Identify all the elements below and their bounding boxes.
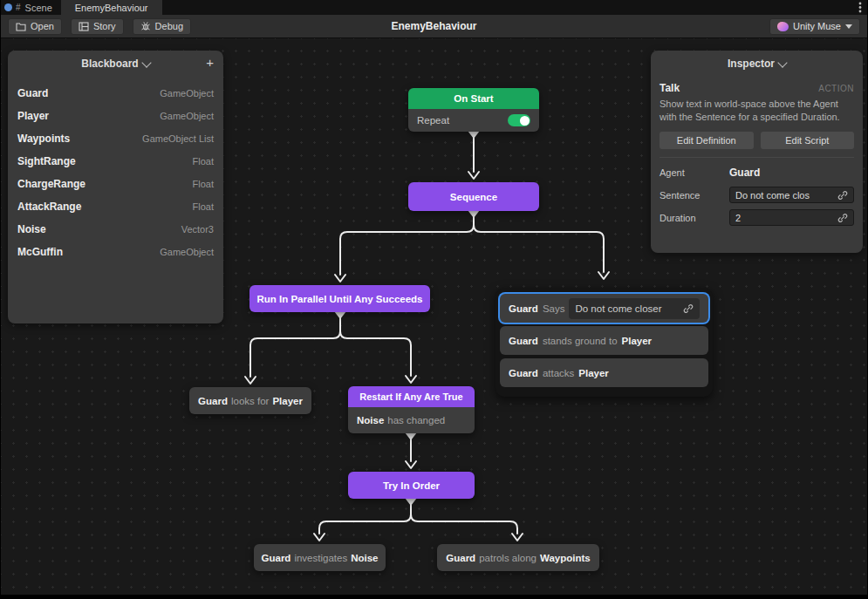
node-guard-patrols[interactable]: Guard patrols along Waypoints — [437, 544, 599, 571]
looks-agent: Guard — [198, 396, 228, 406]
repeat-label: Repeat — [417, 115, 449, 126]
link-icon — [837, 213, 848, 223]
restart-subject: Noise — [357, 415, 384, 425]
unity-muse-icon — [777, 22, 789, 31]
blackboard-header[interactable]: Blackboard + — [8, 51, 223, 77]
story-icon — [79, 22, 89, 31]
patrols-verb: patrols along — [479, 553, 537, 563]
investigates-agent: Guard — [262, 553, 291, 563]
node-on-start[interactable]: On Start Repeat — [408, 88, 539, 132]
blackboard-row[interactable]: Waypoints GameObject List — [17, 127, 214, 150]
node-guard-investigates[interactable]: Guard investigates Noise — [254, 544, 386, 571]
looks-verb: looks for — [231, 396, 269, 406]
story-button[interactable]: Story — [71, 18, 124, 35]
node-run-in-parallel-title: Run In Parallel Until Any Succeeds — [256, 294, 422, 304]
variable-type: GameObject List — [142, 133, 214, 144]
agent-field-value: Guard — [729, 167, 760, 179]
blackboard-list: Guard GameObject Player GameObject Waypo… — [8, 77, 223, 269]
node-restart-header: Restart If Any Are True — [348, 386, 475, 407]
node-guard-looks-for[interactable]: Guard looks for Player — [189, 387, 311, 414]
blackboard-row[interactable]: ChargeRange Float — [17, 173, 214, 195]
blackboard-panel: Blackboard + Guard GameObject Player Gam… — [8, 51, 223, 323]
says-verb: Says — [543, 303, 565, 314]
tab-scene-label: Scene — [25, 3, 52, 13]
repeat-toggle[interactable] — [508, 114, 530, 126]
window-menu-button[interactable] — [853, 0, 867, 15]
story-label: Story — [93, 21, 116, 31]
variable-type: Vector3 — [181, 224, 214, 235]
blackboard-row[interactable]: SightRange Float — [17, 150, 214, 173]
node-restart-body: Noise has changed — [348, 407, 475, 433]
chevron-down-icon — [141, 58, 151, 67]
add-variable-button[interactable]: + — [206, 55, 214, 70]
node-guard-attacks[interactable]: Guard attacks Player — [500, 358, 708, 387]
duration-field-row: Duration 2 — [660, 207, 854, 229]
sentence-value: Do not come clos — [735, 190, 810, 201]
node-restart-if-any[interactable]: Restart If Any Are True Noise has change… — [348, 386, 475, 433]
node-try-in-order-title: Try In Order — [383, 480, 440, 491]
node-run-in-parallel[interactable]: Run In Parallel Until Any Succeeds — [249, 285, 430, 312]
node-guard-stands-ground[interactable]: Guard stands ground to Player — [500, 326, 708, 355]
scene-asset-icon — [4, 3, 12, 11]
folder-icon — [16, 22, 26, 31]
attacks-agent: Guard — [509, 368, 538, 378]
link-icon — [837, 190, 848, 201]
investigates-verb: investigates — [294, 553, 347, 563]
graph-title: EnemyBehaviour — [391, 20, 476, 32]
tab-enemybehaviour-label: EnemyBehaviour — [75, 3, 148, 13]
variable-name: ChargeRange — [17, 178, 85, 190]
attacks-verb: attacks — [543, 368, 574, 378]
blackboard-row[interactable]: Noise Vector3 — [17, 218, 214, 241]
variable-name: Player — [17, 110, 49, 122]
debug-button[interactable]: Debug — [133, 18, 191, 35]
variable-name: Noise — [17, 223, 46, 235]
debug-label: Debug — [155, 21, 183, 31]
duration-input[interactable]: 2 — [729, 209, 854, 226]
tab-enemybehaviour[interactable]: EnemyBehaviour — [61, 0, 162, 15]
blackboard-row[interactable]: Guard GameObject — [17, 82, 214, 105]
node-on-start-title: On Start — [454, 93, 493, 104]
kebab-menu-icon — [858, 2, 862, 13]
variable-name: AttackRange — [17, 201, 81, 213]
unity-behavior-window: # Scene EnemyBehaviour Open Story — [1, 0, 867, 595]
says-sentence-value: Do not come closer — [575, 303, 661, 314]
stands-target: Player — [622, 336, 653, 346]
open-button[interactable]: Open — [8, 18, 62, 35]
bug-icon — [140, 21, 151, 31]
node-on-start-body: Repeat — [408, 109, 539, 132]
patrols-target: Waypoints — [540, 553, 591, 563]
edit-definition-button[interactable]: Edit Definition — [660, 132, 754, 149]
sentence-field-label: Sentence — [660, 190, 729, 201]
says-agent: Guard — [509, 303, 538, 314]
blackboard-title: Blackboard — [81, 58, 138, 70]
variable-type: GameObject — [160, 247, 214, 257]
stands-verb: stands ground to — [543, 336, 618, 346]
node-guard-says[interactable]: Guard Says Do not come closer — [500, 294, 708, 323]
inspected-node-name: Talk — [660, 82, 680, 94]
inspector-body: Talk ACTION Show text in world-space abo… — [651, 77, 863, 229]
node-sequence[interactable]: Sequence — [408, 182, 539, 211]
scene-grid-icon: # — [16, 3, 21, 12]
link-icon — [683, 303, 694, 314]
edit-script-button[interactable]: Edit Script — [761, 132, 855, 149]
tab-scene[interactable]: # Scene — [1, 0, 61, 15]
variable-name: SightRange — [17, 155, 76, 167]
inspector-header[interactable]: Inspector — [651, 51, 863, 77]
variable-type: Float — [193, 179, 214, 189]
inspector-panel: Inspector Talk ACTION Show text in world… — [651, 51, 863, 253]
says-sentence-input[interactable]: Do not come closer — [569, 298, 700, 319]
blackboard-row[interactable]: AttackRange Float — [17, 195, 214, 218]
node-try-in-order[interactable]: Try In Order — [348, 472, 475, 499]
open-label: Open — [31, 21, 54, 31]
patrols-agent: Guard — [446, 553, 475, 563]
node-group-sequence[interactable]: Guard Says Do not come closer Guard stan… — [496, 288, 713, 397]
node-on-start-header: On Start — [408, 88, 539, 109]
unity-muse-button[interactable]: Unity Muse — [769, 18, 860, 35]
variable-type: GameObject — [160, 111, 214, 121]
duration-value: 2 — [735, 213, 741, 223]
blackboard-row[interactable]: Player GameObject — [17, 105, 214, 127]
node-description: Show text in world-space above the Agent… — [660, 98, 854, 124]
blackboard-row[interactable]: McGuffin GameObject — [17, 241, 214, 263]
node-restart-title: Restart If Any Are True — [359, 391, 462, 402]
sentence-input[interactable]: Do not come clos — [729, 187, 854, 203]
